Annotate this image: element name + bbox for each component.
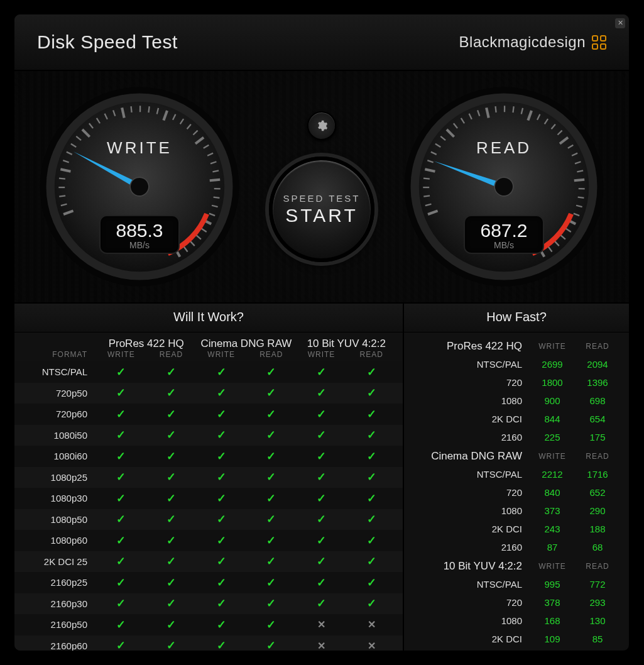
x-icon: ✕ bbox=[317, 619, 325, 630]
check-icon: ✓ bbox=[317, 429, 326, 441]
hf-group-header: Cinema DNG RAWWRITEREAD bbox=[409, 446, 620, 465]
check-icon: ✓ bbox=[166, 492, 176, 505]
check-icon: ✓ bbox=[166, 513, 176, 525]
will-it-work-panel: Will It Work? ProRes 422 HQ Cinema DNG R… bbox=[14, 304, 404, 651]
app-window: ✕ Disk Speed Test Blackmagicdesign bbox=[14, 14, 630, 651]
format-label: 2160p50 bbox=[14, 619, 96, 630]
check-icon: ✓ bbox=[367, 429, 376, 441]
hf-row: NTSC/PAL995772 bbox=[409, 575, 620, 593]
hf-label: 720 bbox=[409, 487, 530, 498]
check-icon: ✓ bbox=[217, 429, 226, 441]
check-icon: ✓ bbox=[266, 450, 276, 463]
check-icon: ✓ bbox=[367, 408, 376, 420]
check-icon: ✓ bbox=[367, 450, 376, 463]
check-icon: ✓ bbox=[217, 513, 226, 525]
wiw-body: NTSC/PAL✓✓✓✓✓✓720p50✓✓✓✓✓✓720p60✓✓✓✓✓✓10… bbox=[14, 361, 403, 651]
write-unit: MB/s bbox=[101, 240, 178, 250]
hf-write: 844 bbox=[530, 414, 575, 424]
hf-row: 2160225175 bbox=[409, 428, 620, 446]
check-icon: ✓ bbox=[116, 429, 126, 441]
brand-logo-icon bbox=[592, 35, 606, 50]
table-row: 1080p30✓✓✓✓✓✓ bbox=[14, 488, 403, 509]
check-icon: ✓ bbox=[217, 534, 226, 547]
hf-group-name: Cinema DNG RAW bbox=[409, 450, 530, 463]
will-it-work-title: Will It Work? bbox=[14, 304, 403, 332]
hf-row: 1080168130 bbox=[409, 612, 620, 630]
hf-row: 1080900698 bbox=[409, 392, 620, 410]
hf-read: 130 bbox=[575, 615, 620, 626]
check-icon: ✓ bbox=[116, 492, 126, 505]
hf-label: NTSC/PAL bbox=[409, 359, 530, 370]
svg-line-51 bbox=[423, 195, 430, 196]
hf-group-header: 10 Bit YUV 4:2:2WRITEREAD bbox=[409, 556, 620, 575]
wiw-group-1: ProRes 422 HQ bbox=[96, 338, 196, 350]
check-icon: ✓ bbox=[266, 387, 276, 399]
gear-icon bbox=[315, 119, 328, 132]
read-gauge-label: READ bbox=[400, 138, 608, 158]
check-icon: ✓ bbox=[266, 639, 276, 651]
check-icon: ✓ bbox=[317, 408, 326, 420]
format-label: 1080i60 bbox=[14, 451, 96, 461]
table-row: NTSC/PAL✓✓✓✓✓✓ bbox=[14, 361, 403, 383]
check-icon: ✓ bbox=[166, 450, 176, 463]
check-icon: ✓ bbox=[166, 387, 176, 399]
check-icon: ✓ bbox=[166, 471, 176, 483]
check-icon: ✓ bbox=[367, 471, 376, 483]
brand: Blackmagicdesign bbox=[459, 33, 606, 51]
start-button[interactable]: SPEED TEST START bbox=[269, 157, 374, 262]
hf-row: 1080373290 bbox=[409, 502, 620, 520]
check-icon: ✓ bbox=[116, 513, 126, 525]
brand-label: Blackmagicdesign bbox=[459, 33, 586, 51]
check-icon: ✓ bbox=[217, 408, 226, 420]
hf-label: 2160 bbox=[409, 432, 530, 442]
check-icon: ✓ bbox=[266, 618, 276, 631]
check-icon: ✓ bbox=[266, 492, 276, 505]
check-icon: ✓ bbox=[317, 387, 326, 399]
check-icon: ✓ bbox=[266, 408, 276, 420]
format-label: 1080p25 bbox=[14, 472, 96, 483]
hf-read: 290 bbox=[575, 505, 620, 516]
hf-row: 72018001396 bbox=[409, 373, 620, 392]
hf-row: NTSC/PAL22121716 bbox=[409, 465, 620, 483]
close-button[interactable]: ✕ bbox=[615, 18, 625, 28]
table-row: 1080p50✓✓✓✓✓✓ bbox=[14, 509, 403, 530]
table-row: 2160p50✓✓✓✓✕✕ bbox=[14, 614, 403, 635]
format-label: 720p60 bbox=[14, 409, 96, 419]
hf-group-header: ProRes 422 HQWRITEREAD bbox=[409, 336, 620, 355]
format-label: NTSC/PAL bbox=[14, 366, 96, 377]
hf-read: 652 bbox=[575, 487, 620, 498]
hf-label: 2K DCI bbox=[409, 524, 530, 534]
format-label: 2160p30 bbox=[14, 598, 96, 609]
hf-write: 109 bbox=[530, 634, 575, 644]
table-row: 2160p60✓✓✓✓✕✕ bbox=[14, 635, 403, 651]
hf-read: 654 bbox=[575, 414, 620, 424]
format-label: 2K DCI 25 bbox=[14, 556, 96, 567]
how-fast-panel: How Fast? ProRes 422 HQWRITEREADNTSC/PAL… bbox=[404, 304, 629, 651]
settings-button[interactable] bbox=[307, 111, 336, 140]
hf-group-name: ProRes 422 HQ bbox=[409, 340, 530, 353]
hf-label: 1080 bbox=[409, 395, 530, 406]
check-icon: ✓ bbox=[217, 471, 226, 483]
check-icon: ✓ bbox=[317, 555, 326, 568]
check-icon: ✓ bbox=[367, 597, 376, 610]
svg-line-21 bbox=[148, 106, 149, 113]
table-row: 720p60✓✓✓✓✓✓ bbox=[14, 404, 403, 425]
svg-line-33 bbox=[210, 180, 220, 180]
check-icon: ✓ bbox=[116, 366, 126, 378]
start-line1: SPEED TEST bbox=[283, 193, 360, 204]
check-icon: ✓ bbox=[367, 555, 376, 568]
svg-line-53 bbox=[423, 179, 430, 179]
wiw-group-header: ProRes 422 HQ Cinema DNG RAW 10 Bit YUV … bbox=[14, 332, 403, 350]
check-icon: ✓ bbox=[217, 555, 226, 568]
check-icon: ✓ bbox=[317, 366, 326, 378]
format-label: 1080p30 bbox=[14, 493, 96, 503]
how-fast-title: How Fast? bbox=[404, 304, 629, 332]
check-icon: ✓ bbox=[217, 450, 226, 463]
app-title: Disk Speed Test bbox=[37, 31, 178, 53]
hf-row: 2K DCI10985 bbox=[409, 630, 620, 648]
check-icon: ✓ bbox=[116, 597, 126, 610]
hf-row: 720378293 bbox=[409, 593, 620, 612]
check-icon: ✓ bbox=[266, 534, 276, 547]
check-icon: ✓ bbox=[217, 366, 226, 378]
table-row: 720p50✓✓✓✓✓✓ bbox=[14, 383, 403, 404]
